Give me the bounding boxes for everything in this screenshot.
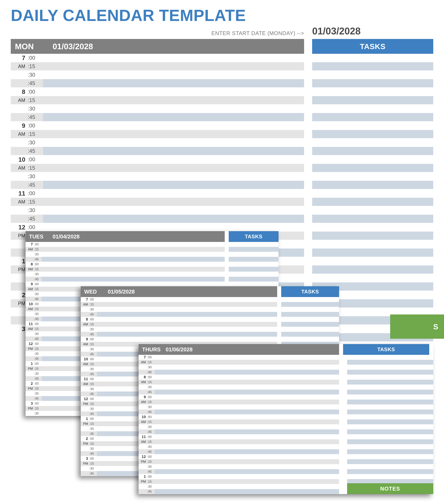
task-row[interactable] xyxy=(312,79,433,88)
time-cell[interactable] xyxy=(42,282,225,287)
task-row[interactable] xyxy=(347,405,433,410)
task-row[interactable] xyxy=(347,399,433,405)
task-row[interactable] xyxy=(281,337,339,342)
time-cell[interactable] xyxy=(97,337,277,342)
time-row[interactable]: :45 xyxy=(26,257,225,262)
task-row[interactable] xyxy=(312,147,433,155)
time-cell[interactable] xyxy=(43,181,304,189)
time-row[interactable]: :45 xyxy=(139,410,339,414)
time-cell[interactable] xyxy=(155,454,339,459)
time-row[interactable]: AM:15 xyxy=(11,130,304,138)
time-row[interactable]: :45 xyxy=(26,277,225,282)
time-cell[interactable] xyxy=(43,113,304,121)
time-row[interactable]: AM:15 xyxy=(139,439,339,444)
time-row[interactable]: AM:15 xyxy=(26,267,225,272)
time-row[interactable]: AM:15 xyxy=(11,198,304,206)
task-row[interactable] xyxy=(347,380,433,385)
time-row[interactable]: :30 xyxy=(26,252,225,257)
time-cell[interactable] xyxy=(43,71,304,79)
time-cell[interactable] xyxy=(155,449,339,454)
time-row[interactable]: AM:15 xyxy=(139,360,339,365)
time-cell[interactable] xyxy=(155,439,339,444)
task-row[interactable] xyxy=(347,365,433,370)
time-cell[interactable] xyxy=(155,469,339,474)
time-row[interactable]: 11:00 xyxy=(139,434,339,439)
task-row[interactable] xyxy=(312,122,433,130)
time-cell[interactable] xyxy=(43,172,304,180)
time-row[interactable]: 10:00 xyxy=(11,155,304,164)
time-cell[interactable] xyxy=(155,390,339,395)
task-row[interactable] xyxy=(312,138,433,147)
task-row[interactable] xyxy=(229,242,278,247)
time-row[interactable]: AM:15 xyxy=(11,96,304,105)
time-row[interactable]: :30 xyxy=(139,484,339,489)
time-cell[interactable] xyxy=(42,242,225,247)
time-row[interactable]: AM:15 xyxy=(26,247,225,252)
time-cell[interactable] xyxy=(97,302,277,307)
time-row[interactable]: :30 xyxy=(139,405,339,410)
time-cell[interactable] xyxy=(43,147,304,155)
task-row[interactable] xyxy=(229,267,278,272)
time-row[interactable]: :45 xyxy=(139,449,339,454)
time-cell[interactable] xyxy=(155,365,339,370)
time-row[interactable]: :30 xyxy=(11,138,304,147)
task-row[interactable] xyxy=(281,307,339,312)
task-row[interactable] xyxy=(312,232,433,240)
time-row[interactable]: AM:15 xyxy=(11,62,304,71)
task-row[interactable] xyxy=(229,282,278,287)
time-row[interactable]: :30 xyxy=(26,272,225,277)
time-cell[interactable] xyxy=(155,375,339,379)
task-row[interactable] xyxy=(312,88,433,96)
task-row[interactable] xyxy=(312,240,433,249)
task-row[interactable] xyxy=(312,172,433,181)
time-cell[interactable] xyxy=(43,96,304,104)
time-row[interactable]: AM:15 xyxy=(81,322,277,327)
time-row[interactable]: 10:00 xyxy=(139,414,339,419)
time-cell[interactable] xyxy=(155,399,339,404)
task-row[interactable] xyxy=(281,322,339,327)
task-row[interactable] xyxy=(347,410,433,414)
time-cell[interactable] xyxy=(155,405,339,409)
time-cell[interactable] xyxy=(43,198,304,206)
task-row[interactable] xyxy=(281,302,339,307)
time-cell[interactable] xyxy=(43,206,304,214)
task-row[interactable] xyxy=(347,355,433,360)
task-row[interactable] xyxy=(281,312,339,317)
time-cell[interactable] xyxy=(155,414,339,419)
time-row[interactable]: :45 xyxy=(139,370,339,375)
time-row[interactable]: :45 xyxy=(11,147,304,155)
task-row[interactable] xyxy=(312,96,433,105)
time-cell[interactable] xyxy=(42,262,225,267)
time-cell[interactable] xyxy=(155,380,339,384)
time-cell[interactable] xyxy=(97,332,277,337)
time-cell[interactable] xyxy=(97,317,277,322)
task-row[interactable] xyxy=(347,385,433,390)
task-row[interactable] xyxy=(347,459,433,464)
task-row[interactable] xyxy=(312,105,433,113)
time-row[interactable]: :30 xyxy=(139,464,339,469)
time-cell[interactable] xyxy=(43,62,304,71)
time-row[interactable]: 12:00 xyxy=(139,454,339,459)
time-row[interactable]: 7:00 xyxy=(26,242,225,247)
time-row[interactable]: 7:00 xyxy=(139,355,339,360)
time-cell[interactable] xyxy=(155,419,339,424)
task-row[interactable] xyxy=(312,181,433,189)
time-cell[interactable] xyxy=(42,252,225,257)
time-cell[interactable] xyxy=(43,138,304,147)
task-row[interactable] xyxy=(347,390,433,395)
task-row[interactable] xyxy=(281,297,339,302)
time-cell[interactable] xyxy=(43,223,304,231)
time-row[interactable]: AM:15 xyxy=(139,419,339,424)
task-row[interactable] xyxy=(312,130,433,138)
task-row[interactable] xyxy=(347,414,433,419)
time-cell[interactable] xyxy=(155,424,339,429)
time-row[interactable]: PM:15 xyxy=(139,479,339,484)
start-date-input[interactable]: 01/03/2028 xyxy=(312,26,361,36)
time-row[interactable]: :45 xyxy=(81,312,277,317)
task-row[interactable] xyxy=(281,327,339,332)
time-row[interactable]: PM:15 xyxy=(139,459,339,464)
task-row[interactable] xyxy=(312,223,433,232)
time-row[interactable]: :30 xyxy=(139,365,339,370)
time-cell[interactable] xyxy=(42,272,225,277)
time-row[interactable]: 9:00 xyxy=(26,282,225,287)
